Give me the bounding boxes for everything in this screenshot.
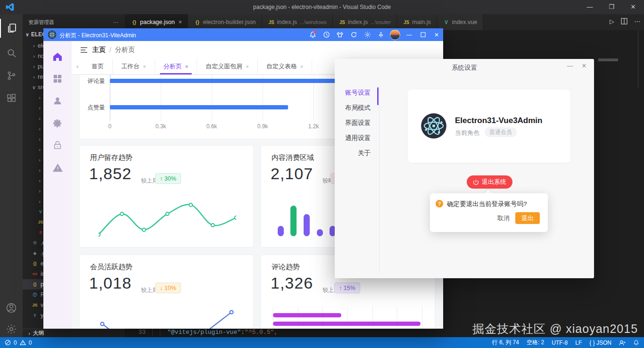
lock-icon[interactable] <box>51 139 64 151</box>
vscode-restore-button[interactable]: ❐ <box>601 0 622 14</box>
editor-tab-package.json[interactable]: {}package.json× <box>125 14 188 30</box>
app-titlebar[interactable]: 分析页 - Electron31-ViteAdmin — ✕ <box>43 28 443 41</box>
json-file-icon: {} <box>31 282 39 287</box>
role-badge: 普通会员 <box>485 127 517 137</box>
confirm-logout-button[interactable]: 退出 <box>515 212 540 224</box>
source-control-icon[interactable] <box>0 66 23 85</box>
account-icon[interactable] <box>0 298 23 317</box>
json-file-icon: {} <box>131 20 138 25</box>
app-maximize-icon[interactable] <box>418 30 428 40</box>
settings-window: 系统设置 — ✕ 账号设置布局模式界面设置通用设置关于 Electron31-V… <box>335 59 594 278</box>
editor-tab-electron-builder.json[interactable]: {}electron-builder.json <box>188 14 262 30</box>
settings-menu-关于[interactable]: 关于 <box>335 149 371 157</box>
home-icon[interactable] <box>51 50 64 63</box>
extensions-icon[interactable] <box>0 89 23 108</box>
code-value: "^5.0.5", <box>245 329 278 336</box>
status-bar: 0 0 行 6, 列 74 空格: 2 UTF-8 LF { } JSON <box>0 337 644 348</box>
power-icon <box>473 179 479 185</box>
page-tab-分析页[interactable]: 分析页× <box>155 58 197 75</box>
tab-close-icon[interactable]: × <box>300 64 303 69</box>
settings-gear-icon[interactable] <box>0 320 23 339</box>
card-title: 会员活跃趋势 <box>90 263 132 272</box>
search-icon[interactable] <box>0 43 23 62</box>
notifications-bell-icon[interactable] <box>633 340 639 346</box>
user-icon[interactable] <box>51 95 64 107</box>
user-avatar[interactable] <box>390 30 400 40</box>
explorer-more-icon[interactable]: ⋯ <box>113 14 118 30</box>
minimap <box>638 30 638 88</box>
window-title: package.json - electron-viteadmin - Visu… <box>0 4 644 10</box>
settings-title: 系统设置 <box>335 64 594 72</box>
app-settings-gear-icon[interactable] <box>363 30 372 40</box>
electron-logo-large <box>421 113 447 139</box>
feedback-icon[interactable] <box>619 340 626 346</box>
x-tick-label: 0.3k <box>156 123 166 130</box>
settings-menu-布局模式[interactable]: 布局模式 <box>335 104 371 112</box>
settings-close-button[interactable]: ✕ <box>578 61 590 71</box>
dashboard-clock-icon[interactable] <box>322 30 331 40</box>
chevron-icon: ∨ <box>31 84 37 91</box>
settings-menu-通用设置[interactable]: 通用设置 <box>335 134 371 142</box>
x-tick-label: 0.6k <box>206 123 217 130</box>
more-actions-icon[interactable]: ⋯ <box>634 18 640 25</box>
indentation[interactable]: 空格: 2 <box>527 339 544 347</box>
editor-tab-bar: {}package.json×{}electron-builder.jsonJS… <box>125 14 644 30</box>
cancel-button[interactable]: 取消 <box>497 214 510 223</box>
pin-icon[interactable] <box>376 30 386 40</box>
page-tab-首页[interactable]: 首页 <box>83 58 113 75</box>
vscode-close-button[interactable]: ✕ <box>622 0 644 14</box>
cursor-position[interactable]: 行 6, 列 74 <box>492 339 519 347</box>
chevron-icon: › <box>37 95 42 100</box>
chevron-icon: › <box>31 64 37 69</box>
card-value: 1,852 <box>89 165 132 183</box>
app-title: 分析页 - Electron31-ViteAdmin <box>59 32 136 40</box>
vscode-titlebar: package.json - electron-viteadmin - Visu… <box>0 0 644 14</box>
settings-menu-账号设置[interactable]: 账号设置 <box>335 89 371 97</box>
vscode-minimize-button[interactable]: — <box>579 0 601 14</box>
menu-divider <box>379 85 380 273</box>
page-tab-自定义面包屑[interactable]: 自定义面包屑× <box>197 58 257 75</box>
refresh-icon[interactable] <box>349 30 358 40</box>
tab-close-icon[interactable]: × <box>179 19 182 25</box>
settings-menu-界面设置[interactable]: 界面设置 <box>335 119 371 127</box>
js-file-icon: JS <box>31 303 39 307</box>
language-mode[interactable]: { } JSON <box>589 340 611 346</box>
trend-badge-down: ↓ 10% <box>155 282 181 293</box>
breadcrumb-root[interactable]: 主页 <box>92 46 106 54</box>
outline-section[interactable]: ›大纲 <box>23 329 125 337</box>
notification-bell-icon[interactable] <box>308 30 317 40</box>
problems-status[interactable]: 0 0 <box>5 340 32 346</box>
activity-bar <box>0 14 23 337</box>
chevron-icon: › <box>37 188 42 194</box>
page-tab-工作台[interactable]: 工作台× <box>113 58 155 75</box>
info-file-icon: ⓘ <box>31 292 39 298</box>
bar-点赞量 <box>110 105 288 109</box>
eol[interactable]: LF <box>575 340 582 346</box>
tab-scroll-left-icon[interactable]: ‹ <box>72 63 83 70</box>
editor-tab-index.vue[interactable]: Vindex.vue <box>437 14 484 30</box>
profile-card: Electron31-Vue3Admin 当前角色 普通会员 <box>408 90 570 163</box>
collapse-menu-icon[interactable] <box>80 47 88 53</box>
page-tab-自定义表格[interactable]: 自定义表格× <box>258 58 312 75</box>
chevron-icon: › <box>37 105 42 111</box>
theme-shirt-icon[interactable] <box>335 30 345 40</box>
logout-button[interactable]: 退出系统 <box>467 175 512 189</box>
app-close-icon[interactable]: ✕ <box>432 30 441 40</box>
settings-minimize-button[interactable]: — <box>564 61 576 71</box>
tab-close-icon[interactable]: × <box>185 64 188 69</box>
gear-icon[interactable] <box>51 117 64 129</box>
app-minimize-icon[interactable]: — <box>405 30 414 40</box>
editor-tab-main.js[interactable]: JSmain.js <box>397 14 437 30</box>
tab-close-icon[interactable]: × <box>246 64 248 69</box>
split-editor-icon[interactable] <box>621 18 627 25</box>
grid-icon[interactable] <box>51 73 64 85</box>
tab-close-icon[interactable]: × <box>143 64 146 69</box>
member-line-chart <box>89 300 245 329</box>
run-icon[interactable]: ▷ <box>610 18 614 25</box>
warning-icon[interactable] <box>51 161 64 174</box>
git-file-icon: ◆ <box>31 251 39 256</box>
editor-tab-index.js[interactable]: JSindex.js...\router <box>333 14 397 30</box>
explorer-icon[interactable] <box>0 19 23 38</box>
editor-tab-index.js[interactable]: JSindex.js...\windows <box>262 14 333 30</box>
encoding[interactable]: UTF-8 <box>552 340 568 346</box>
